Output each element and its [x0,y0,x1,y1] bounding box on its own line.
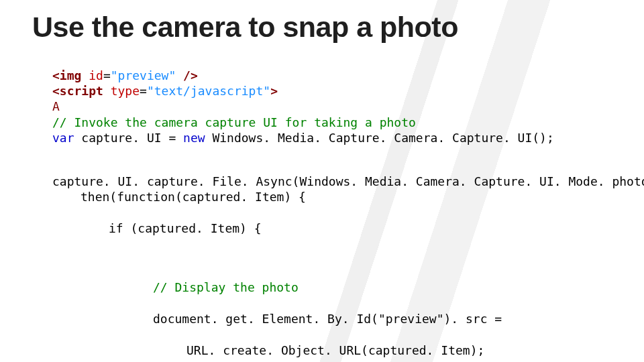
l11: URL. create. Object. URL(captured. Item)… [186,343,484,357]
code-line-3: A [52,99,60,113]
slide-content: Use the camera to snap a photo <img id="… [0,0,644,362]
slide-title: Use the camera to snap a photo [32,12,612,42]
eq1: = [103,68,111,82]
attr-type: type [103,84,140,98]
val-preview: "preview" [111,68,176,82]
comment-display: // Display the photo [153,280,299,294]
code-line-2: <script type="text/javascript"> [52,84,278,98]
attr-id: id [81,68,103,82]
tag-script-open: <script [52,84,103,98]
code-line-1: <img id="preview" /> [52,68,198,82]
l10: document. get. Element. By. Id("preview"… [153,312,502,326]
blank-line-2 [52,252,612,264]
tag-script-open-end: > [270,84,278,98]
code-block: <img id="preview" /> <script type="text/… [32,52,612,362]
code-line-8: if (captured. Item) { [52,221,612,236]
tag-img-close: /> [176,68,198,82]
code-line-5: var capture. UI = new Windows. Media. Ca… [52,131,554,145]
val-js: "text/javascript" [147,84,270,98]
code-line-9: // Display the photo [52,280,612,295]
tag-img-open: <img [52,68,81,82]
kw-var: var [52,131,74,145]
glyph-a: A [52,99,60,113]
eq2: = [140,84,147,98]
l6: capture. UI. capture. File. Async(Window… [52,174,644,188]
l5-mid: capture. UI = [74,131,184,145]
kw-new: new [183,131,205,145]
code-line-10: document. get. Element. By. Id("preview"… [52,311,612,326]
code-line-11: URL. create. Object. URL(captured. Item)… [52,343,612,358]
blank-line-1 [52,145,612,158]
l8: if (captured. Item) { [109,221,262,235]
l7: then(function(captured. Item) { [80,190,306,204]
code-line-6: capture. UI. capture. File. Async(Window… [52,174,644,188]
l5-rest: Windows. Media. Capture. Camera. Capture… [205,131,554,145]
code-line-4: // Invoke the camera capture UI for taki… [52,115,416,129]
comment-invoke: // Invoke the camera capture UI for taki… [52,115,416,129]
code-line-7: then(function(captured. Item) { [52,189,612,204]
